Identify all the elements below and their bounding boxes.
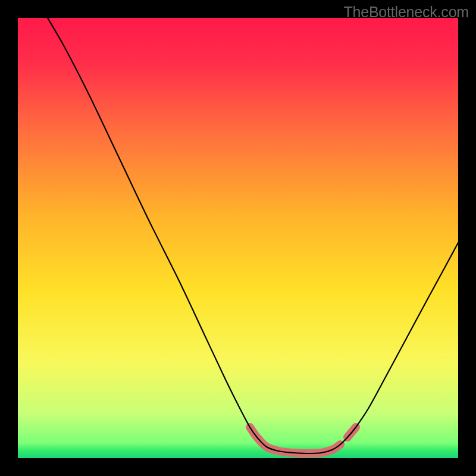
chart-canvas: TheBottleneck.com <box>0 0 476 476</box>
chart-svg <box>0 0 476 476</box>
watermark-label: TheBottleneck.com <box>343 4 469 21</box>
